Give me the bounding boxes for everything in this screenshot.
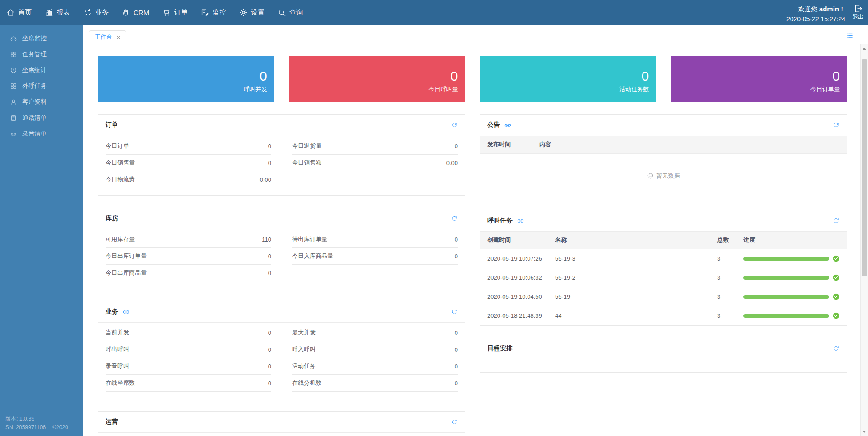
stat-card[interactable]: 0 今日订单量 bbox=[671, 56, 847, 102]
progress-bar bbox=[743, 314, 829, 318]
sn-text: SN: 2059971106 bbox=[5, 424, 46, 431]
link-icon[interactable] bbox=[517, 217, 524, 225]
home-icon bbox=[6, 8, 15, 17]
sidebar-item-agent-monitor[interactable]: 坐席监控 bbox=[0, 30, 83, 46]
progress-bar bbox=[743, 295, 829, 299]
nav-item-home[interactable]: 首页 bbox=[6, 8, 32, 17]
panel-warehouse: 库房 可用库存量110 今日出库订单量0 今日出库商品量0 待出库订单量0 bbox=[98, 208, 465, 289]
stat-row: 当前并发0 bbox=[106, 325, 271, 341]
tab-workbench[interactable]: 工作台 bbox=[89, 30, 126, 44]
nav-label: 业务 bbox=[95, 8, 109, 17]
stat-card[interactable]: 0 今日呼叫量 bbox=[289, 56, 465, 102]
refresh-icon[interactable] bbox=[833, 345, 839, 352]
stat-row: 可用库存量110 bbox=[106, 231, 271, 248]
panel-title: 公告 bbox=[487, 121, 500, 129]
close-icon[interactable] bbox=[116, 35, 120, 39]
nav-item-crm[interactable]: CRM bbox=[122, 8, 149, 17]
monitor-icon bbox=[201, 8, 209, 17]
vertical-scrollbar[interactable] bbox=[860, 44, 868, 436]
stat-label: 活动任务 bbox=[292, 362, 316, 370]
sidebar-item-label: 外呼任务 bbox=[22, 82, 47, 90]
stat-label: 待出库订单量 bbox=[292, 235, 327, 243]
main-frame: 坐席监控 任务管理 坐席统计 外呼任务 客户资料 通话清单 录音清单 版本: 1… bbox=[0, 25, 868, 436]
datetime: 2020-05-22 15:27:24 bbox=[786, 15, 845, 24]
nav-label: 监控 bbox=[212, 8, 226, 17]
link-icon[interactable] bbox=[504, 121, 512, 129]
stat-card-label: 呼叫并发 bbox=[244, 85, 267, 93]
sidebar-item-label: 任务管理 bbox=[22, 50, 47, 58]
refresh-icon[interactable] bbox=[451, 215, 458, 222]
refresh-icon[interactable] bbox=[451, 122, 458, 129]
refresh-icon[interactable] bbox=[833, 218, 839, 224]
nav-item-query[interactable]: 查询 bbox=[278, 8, 303, 17]
table-header: 发布时间 内容 bbox=[480, 136, 847, 154]
stat-label: 今日出库商品量 bbox=[106, 269, 147, 277]
frown-icon bbox=[647, 172, 654, 179]
stat-label: 呼入呼叫 bbox=[292, 345, 316, 354]
stat-label: 呼出呼叫 bbox=[106, 345, 129, 354]
panel-title: 日程安排 bbox=[487, 344, 513, 353]
stat-label: 最大并发 bbox=[292, 329, 316, 337]
logout-button[interactable]: 退出 bbox=[853, 4, 863, 21]
sidebar-item-label: 客户资料 bbox=[22, 98, 47, 106]
nav-label: 首页 bbox=[18, 8, 32, 17]
nav-label: CRM bbox=[134, 9, 149, 16]
panel-title: 订单 bbox=[106, 121, 118, 129]
stat-row: 今日订单0 bbox=[106, 138, 271, 155]
stat-label: 今日销售额 bbox=[292, 159, 321, 167]
stat-value: 0 bbox=[455, 346, 458, 353]
stat-card[interactable]: 0 呼叫并发 bbox=[98, 56, 274, 102]
sidebar-item-recording-list[interactable]: 录音清单 bbox=[0, 126, 83, 141]
check-circle-icon bbox=[833, 312, 839, 319]
cell-task-name: 55-19-2 bbox=[555, 274, 717, 281]
nav-item-settings[interactable]: 设置 bbox=[239, 8, 264, 17]
scroll-down-arrow-icon[interactable] bbox=[861, 428, 868, 435]
stat-label: 今日订单 bbox=[106, 142, 129, 150]
stat-card[interactable]: 0 活动任务数 bbox=[480, 56, 657, 102]
stat-label: 当前并发 bbox=[106, 329, 129, 337]
panel-call-tasks: 呼叫任务 创建时间 名称 总数 进度 2020-05-19 10:07:26 bbox=[480, 210, 847, 326]
nav-item-orders[interactable]: 订单 bbox=[162, 8, 187, 17]
logout-icon bbox=[853, 4, 863, 14]
stat-row: 呼入呼叫0 bbox=[292, 341, 458, 358]
dashboard: 0 呼叫并发 0 今日呼叫量 0 活动任务数 0 今日订单量 bbox=[83, 44, 860, 436]
stat-row: 今日退货量0 bbox=[292, 138, 458, 155]
tab-list-icon[interactable] bbox=[846, 32, 854, 39]
sidebar-item-call-list[interactable]: 通话清单 bbox=[0, 110, 83, 126]
stat-label: 今日入库商品量 bbox=[292, 252, 333, 260]
stat-card-label: 今日订单量 bbox=[810, 85, 840, 93]
hand-icon bbox=[122, 8, 130, 17]
user-area: 欢迎您 admin！ 2020-05-22 15:27:24 退出 bbox=[786, 1, 863, 24]
sidebar-item-outbound-tasks[interactable]: 外呼任务 bbox=[0, 78, 83, 94]
sidebar-item-task-management[interactable]: 任务管理 bbox=[0, 46, 83, 62]
scroll-up-arrow-icon[interactable] bbox=[861, 45, 868, 52]
progress-bar bbox=[743, 257, 829, 261]
stat-row: 今日物流费0.00 bbox=[106, 171, 271, 188]
sidebar-item-agent-stats[interactable]: 坐席统计 bbox=[0, 62, 83, 78]
stat-value: 0 bbox=[455, 236, 458, 243]
nav-item-reports[interactable]: 报表 bbox=[45, 8, 70, 17]
user-info: 欢迎您 admin！ 2020-05-22 15:27:24 bbox=[786, 4, 845, 24]
tab-bar: 工作台 bbox=[83, 25, 868, 44]
stat-value: 0.00 bbox=[446, 160, 458, 166]
check-circle-icon bbox=[833, 293, 839, 300]
panel-title: 呼叫任务 bbox=[487, 217, 513, 225]
stat-value: 0 bbox=[268, 253, 271, 260]
cell-total: 3 bbox=[717, 312, 743, 319]
refresh-icon[interactable] bbox=[451, 419, 458, 426]
link-icon[interactable] bbox=[122, 308, 130, 316]
stat-value: 0 bbox=[455, 253, 458, 260]
refresh-icon[interactable] bbox=[833, 122, 839, 129]
stat-value: 0 bbox=[455, 143, 458, 150]
stat-row: 今日出库订单量0 bbox=[106, 248, 271, 265]
refresh-icon[interactable] bbox=[451, 309, 458, 315]
empty-state: 暂无数据 bbox=[480, 154, 847, 198]
scrollbar-thumb[interactable] bbox=[862, 59, 867, 276]
nav-item-monitoring[interactable]: 监控 bbox=[201, 8, 226, 17]
stat-label: 在线坐席数 bbox=[106, 379, 135, 387]
panel-title: 库房 bbox=[106, 214, 118, 223]
stat-row: 呼出呼叫0 bbox=[106, 341, 271, 358]
stat-card-value: 0 bbox=[259, 69, 267, 83]
nav-item-business[interactable]: 业务 bbox=[83, 8, 109, 17]
sidebar-item-customer-data[interactable]: 客户资料 bbox=[0, 94, 83, 110]
